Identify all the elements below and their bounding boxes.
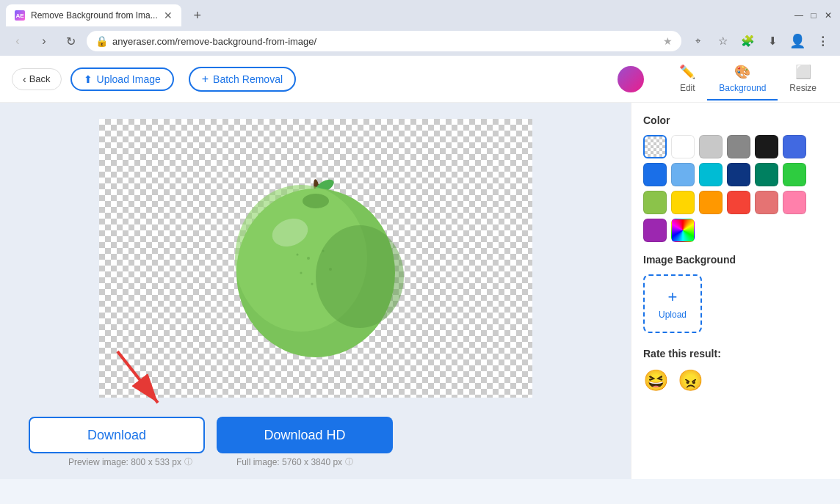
image-background-section: Image Background + Upload <box>643 254 828 333</box>
profile-icon[interactable]: 👤 <box>787 31 808 51</box>
window-controls: — □ ✕ <box>793 10 834 21</box>
download-section: Download Download HD Preview image: 800 … <box>0 408 421 479</box>
url-text: anyeraser.com/remove-background-from-ima… <box>112 36 659 47</box>
plus-icon: + <box>202 73 209 86</box>
edit-icon: ✏️ <box>679 64 695 80</box>
color-swatch-lightblue[interactable] <box>671 163 695 186</box>
full-info: Full image: 5760 x 3840 px ⓘ <box>236 456 353 467</box>
tab-favicon: AE <box>15 10 25 21</box>
color-swatch-cyan[interactable] <box>699 163 723 186</box>
color-swatch-blue2[interactable] <box>643 163 667 186</box>
extensions-icon[interactable]: 🧩 <box>737 31 758 51</box>
canvas-container[interactable] <box>99 119 532 398</box>
color-swatch-blue1[interactable] <box>783 135 806 158</box>
minimize-button[interactable]: — <box>793 10 805 21</box>
nav-right-icons: ⌖ ☆ 🧩 ⬇ 👤 ⋮ <box>687 31 833 51</box>
svg-point-10 <box>300 271 302 274</box>
preview-info-icon: ⓘ <box>184 456 192 467</box>
svg-point-5 <box>316 225 404 328</box>
svg-point-11 <box>329 268 332 271</box>
browser-tab[interactable]: AE Remove Background from Ima... ✕ <box>6 4 181 26</box>
refresh-nav-button[interactable]: ↻ <box>60 31 81 51</box>
download-button[interactable]: Download <box>29 417 205 453</box>
resize-icon: ⬜ <box>795 64 811 80</box>
upload-label: Upload Image <box>97 73 161 85</box>
color-swatch-darkblue[interactable] <box>727 163 750 186</box>
svg-point-13 <box>296 253 298 255</box>
nav-icon-1[interactable]: ⌖ <box>687 31 708 51</box>
resize-tool-tab[interactable]: ⬜ Resize <box>778 58 828 101</box>
close-window-button[interactable]: ✕ <box>822 10 834 21</box>
color-swatch-olive[interactable] <box>643 191 667 214</box>
back-chevron-icon: ‹ <box>23 73 26 85</box>
preview-info: Preview image: 800 x 533 px ⓘ <box>68 456 192 467</box>
color-swatch-hotpink[interactable] <box>783 191 806 214</box>
color-swatch-black[interactable] <box>755 135 778 158</box>
plus-icon: + <box>668 288 678 307</box>
image-bg-title: Image Background <box>643 254 828 266</box>
canvas-area: ✋ 🔍 100% 🔍 ⛶ ◫ <box>0 103 631 479</box>
rate-section: Rate this result: 😆 😠 <box>643 348 828 392</box>
laugh-emoji-button[interactable]: 😆 <box>643 368 669 392</box>
color-grid <box>643 135 828 242</box>
upload-image-button[interactable]: ⬆ Upload Image <box>70 67 174 91</box>
edit-tool-tab[interactable]: ✏️ Edit <box>667 58 707 101</box>
batch-removal-button[interactable]: + Batch Removal <box>189 67 296 92</box>
color-swatch-green[interactable] <box>783 163 806 186</box>
color-swatch-yellow[interactable] <box>671 191 695 214</box>
tool-tabs: ✏️ Edit 🎨 Background ⬜ Resize <box>667 58 828 101</box>
tab-title: Remove Background from Ima... <box>31 10 158 21</box>
color-swatch-lightgray[interactable] <box>699 135 723 158</box>
maximize-button[interactable]: □ <box>808 10 819 21</box>
user-avatar[interactable] <box>618 66 644 92</box>
color-swatch-purple[interactable] <box>643 219 667 242</box>
new-tab-button[interactable]: + <box>187 5 208 26</box>
preview-info-text: Preview image: 800 x 533 px <box>68 457 181 467</box>
color-swatch-orange[interactable] <box>699 191 723 214</box>
downloads-icon[interactable]: ⬇ <box>762 31 783 51</box>
upload-icon: ⬆ <box>84 73 93 85</box>
color-swatch-gray[interactable] <box>727 135 750 158</box>
full-info-text: Full image: 5760 x 3840 px <box>236 457 342 467</box>
apple-svg <box>206 148 426 368</box>
browser-chrome: AE Remove Background from Ima... ✕ + — □… <box>0 0 840 56</box>
rate-emojis: 😆 😠 <box>643 368 828 392</box>
right-sidebar: Color <box>631 103 840 479</box>
color-swatch-teal[interactable] <box>755 163 778 186</box>
upload-bg-label: Upload <box>659 310 687 320</box>
rate-title: Rate this result: <box>643 348 828 359</box>
upload-background-button[interactable]: + Upload <box>643 274 702 333</box>
apple-image <box>206 148 426 368</box>
app-header: ‹ Back ⬆ Upload Image + Batch Removal ✏️… <box>0 56 840 103</box>
bookmark-icon[interactable]: ☆ <box>712 31 733 51</box>
back-nav-button[interactable]: ‹ <box>7 31 28 51</box>
color-section-title: Color <box>643 114 828 126</box>
download-info-row: Preview image: 800 x 533 px ⓘ Full image… <box>68 456 353 467</box>
color-swatch-red[interactable] <box>727 191 750 214</box>
edit-label: Edit <box>680 83 695 93</box>
background-label: Background <box>719 83 766 93</box>
back-label: Back <box>29 73 51 84</box>
svg-point-12 <box>311 282 313 285</box>
full-info-icon: ⓘ <box>345 456 353 467</box>
download-buttons-row: Download Download HD <box>29 417 393 453</box>
color-swatch-transparent[interactable] <box>643 135 667 158</box>
menu-icon[interactable]: ⋮ <box>812 31 833 51</box>
background-icon: 🎨 <box>734 64 750 80</box>
batch-label: Batch Removal <box>213 73 283 85</box>
resize-label: Resize <box>789 83 817 93</box>
angry-emoji-button[interactable]: 😠 <box>678 368 703 392</box>
tab-close-button[interactable]: ✕ <box>164 10 173 21</box>
nav-bar: ‹ › ↻ 🔒 anyeraser.com/remove-background-… <box>0 26 840 56</box>
color-swatch-rainbow[interactable] <box>671 219 695 242</box>
svg-point-8 <box>307 257 310 260</box>
color-swatch-white[interactable] <box>671 135 695 158</box>
download-hd-button[interactable]: Download HD <box>217 417 393 453</box>
back-button[interactable]: ‹ Back <box>12 68 62 90</box>
address-bar[interactable]: 🔒 anyeraser.com/remove-background-from-i… <box>87 31 681 51</box>
background-tool-tab[interactable]: 🎨 Background <box>707 58 778 101</box>
forward-nav-button[interactable]: › <box>34 31 54 51</box>
color-swatch-pink[interactable] <box>755 191 778 214</box>
title-bar: AE Remove Background from Ima... ✕ + — □… <box>0 0 840 26</box>
svg-point-9 <box>322 249 324 252</box>
